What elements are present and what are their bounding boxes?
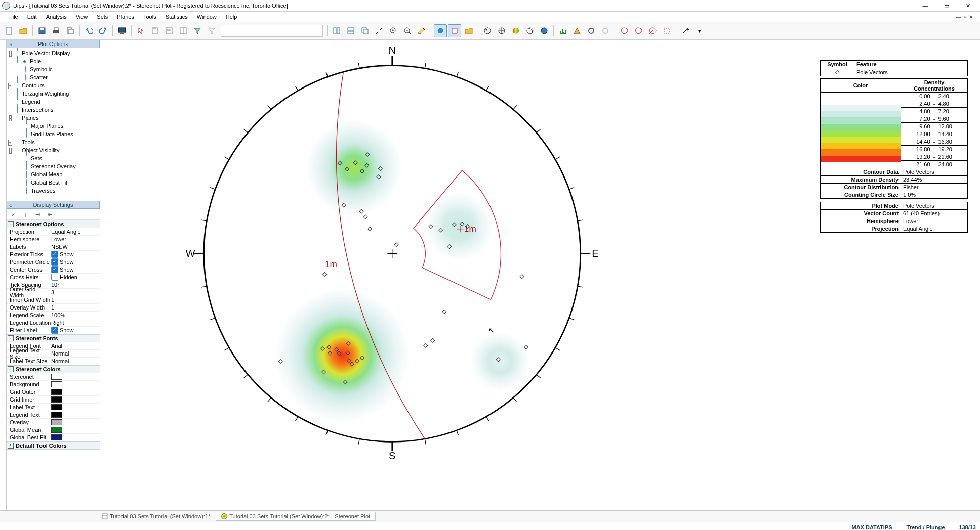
probe-button[interactable]: [415, 24, 428, 37]
menu-help[interactable]: Help: [222, 13, 241, 21]
region2-button[interactable]: [632, 24, 645, 37]
new-button[interactable]: [3, 24, 16, 37]
menu-sets[interactable]: Sets: [93, 13, 112, 21]
filter-input[interactable]: [221, 25, 323, 37]
prop-tick-spacing-v[interactable]: 10°: [51, 282, 100, 288]
menu-file[interactable]: File: [5, 13, 22, 21]
node-grid-data-planes[interactable]: Grid Data Planes: [31, 131, 73, 137]
globe2-button[interactable]: [495, 24, 508, 37]
menu-analysis[interactable]: Analysis: [42, 13, 71, 21]
prop-label-text-size-v[interactable]: Normal: [51, 358, 100, 364]
cascade-button[interactable]: [358, 24, 372, 37]
prop-labels-v[interactable]: NSEW: [51, 244, 100, 250]
clipboard-button[interactable]: [148, 24, 161, 37]
node-major-planes[interactable]: Major Planes: [31, 123, 63, 129]
globe4-button[interactable]: [523, 24, 537, 37]
apply-button[interactable]: ✓: [9, 210, 18, 218]
filter-clear-button[interactable]: [205, 24, 218, 37]
swatch-grid-inner[interactable]: [51, 396, 62, 403]
prop-outer-grid-width-v[interactable]: 3: [51, 289, 100, 295]
checkbox-center-cross[interactable]: [51, 266, 58, 273]
copy-button[interactable]: [64, 24, 77, 37]
plot-options-header[interactable]: « Plot Options: [7, 40, 100, 48]
swatch-overlay[interactable]: [51, 419, 62, 425]
node-symbolic[interactable]: Symbolic: [30, 66, 53, 72]
zoom-out-button[interactable]: [401, 24, 414, 37]
prop-inner-grid-width-v[interactable]: 1: [51, 297, 100, 303]
region3-button[interactable]: [646, 24, 659, 37]
menu-statistics[interactable]: Statistics: [161, 13, 192, 21]
prop-projection-v[interactable]: Equal Angle: [51, 229, 100, 235]
mdi-restore-button[interactable]: ▫: [964, 14, 966, 20]
arrow-button[interactable]: [679, 24, 692, 37]
prop-hemisphere-v[interactable]: Lower: [51, 236, 100, 242]
region1-button[interactable]: [618, 24, 631, 37]
prop-overlay-width-v[interactable]: 1: [51, 304, 100, 311]
set-window-button[interactable]: [448, 24, 461, 37]
save-button[interactable]: [35, 24, 49, 37]
node-pole[interactable]: Pole: [30, 58, 41, 64]
doc-tab-2[interactable]: Tutorial 03 Sets Tutorial (Set Window):2…: [216, 512, 376, 521]
doc-tab-1[interactable]: Tutorial 03 Sets Tutorial (Set Window):1…: [96, 512, 216, 521]
node-tools[interactable]: Tools: [22, 139, 35, 145]
node-terzaghi[interactable]: Terzaghi Weighting: [22, 91, 69, 97]
export-button[interactable]: ⇥: [33, 210, 42, 218]
cycle2-button[interactable]: [599, 24, 612, 37]
redo-button[interactable]: [97, 24, 110, 37]
node-traverses[interactable]: Traverses: [31, 188, 56, 194]
dropdown-button[interactable]: ▾: [693, 24, 706, 37]
prop-legend-font-v[interactable]: Arial: [51, 343, 100, 349]
swatch-global-best-fit[interactable]: [51, 434, 62, 440]
swatch-background[interactable]: [51, 381, 62, 387]
globe3-button[interactable]: [509, 24, 522, 37]
node-intersections[interactable]: Intersections: [22, 107, 53, 113]
undo-button[interactable]: [83, 24, 96, 37]
filter-button[interactable]: [191, 24, 204, 37]
open-button[interactable]: [17, 24, 30, 37]
plot-canvas[interactable]: NSEW1m1m ↖ SymbolFeature ◇Pole Vectors C…: [100, 40, 980, 510]
globe5-button[interactable]: [538, 24, 551, 37]
folder-button[interactable]: [462, 24, 475, 37]
zoom-in-button[interactable]: [387, 24, 400, 37]
node-global-mean[interactable]: Global Mean: [31, 171, 62, 178]
node-scatter[interactable]: Scatter: [30, 74, 48, 80]
node-contours[interactable]: Contours: [22, 82, 45, 89]
maximize-button[interactable]: ▭: [940, 1, 954, 10]
node-legend[interactable]: Legend: [22, 99, 40, 105]
menu-tools[interactable]: Tools: [139, 13, 160, 21]
form-button[interactable]: [162, 24, 176, 37]
prop-legend-location-v[interactable]: Right: [51, 320, 100, 326]
group-default-tool-colors[interactable]: Default Tool Colors: [16, 443, 67, 449]
mdi-minimize-button[interactable]: —: [956, 14, 961, 20]
swatch-legend-text[interactable]: [51, 412, 62, 418]
wedge-button[interactable]: [570, 24, 584, 37]
region4-button[interactable]: [660, 24, 673, 37]
swatch-stereonet[interactable]: [51, 374, 62, 380]
node-stereonet-overlay[interactable]: Stereonet Overlay: [31, 163, 76, 169]
prop-legend-scale-v[interactable]: 100%: [51, 312, 100, 318]
checkbox-cross-hairs[interactable]: [51, 274, 58, 281]
tile-vert-button[interactable]: [330, 24, 343, 37]
checkbox-exterior-ticks[interactable]: [51, 251, 58, 258]
chart-button[interactable]: [556, 24, 569, 37]
checkbox-perimeter-circle[interactable]: [51, 258, 58, 266]
monitor-button[interactable]: [115, 24, 129, 37]
prop-legend-text-size-v[interactable]: Normal: [51, 350, 100, 357]
node-global-best-fit[interactable]: Global Best Fit: [31, 180, 67, 186]
checkbox-filter-label[interactable]: [51, 327, 58, 334]
menu-planes[interactable]: Planes: [113, 13, 138, 21]
mdi-close-button[interactable]: ✕: [969, 14, 973, 20]
close-button[interactable]: ✕: [961, 1, 975, 10]
menu-window[interactable]: Window: [193, 13, 221, 21]
display-settings-header[interactable]: « Display Settings: [7, 201, 100, 209]
print-button[interactable]: [50, 24, 63, 37]
group-stereonet-colors[interactable]: Stereonet Colors: [16, 366, 61, 372]
menu-edit[interactable]: Edit: [23, 13, 41, 21]
swatch-label-text[interactable]: [51, 404, 62, 410]
globe-pole-button[interactable]: [434, 24, 447, 37]
select-button[interactable]: [134, 24, 147, 37]
menu-view[interactable]: View: [72, 13, 92, 21]
grid-form-button[interactable]: [177, 24, 190, 37]
minimize-button[interactable]: —: [918, 1, 932, 10]
swatch-global-mean[interactable]: [51, 427, 62, 433]
